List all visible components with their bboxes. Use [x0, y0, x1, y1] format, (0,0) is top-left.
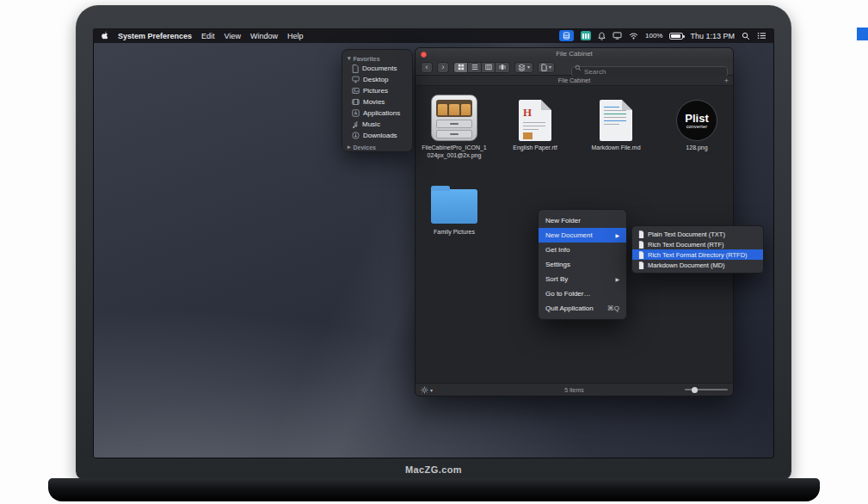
desktop-icon	[352, 76, 360, 83]
path-bar: File Cabinet +	[416, 76, 733, 86]
wifi-icon[interactable]	[629, 33, 638, 40]
pictures-icon	[352, 87, 360, 95]
status-bar: ▾ 5 items	[416, 383, 733, 396]
music-icon	[352, 120, 359, 129]
menu-view[interactable]: View	[225, 32, 241, 40]
devices-section-header[interactable]: ▸ Devices	[342, 143, 412, 151]
file-item-markdown-file[interactable]: Markdown File.md	[578, 91, 654, 151]
menu-item-new-folder[interactable]: New Folder	[539, 213, 626, 228]
search-field-wrap	[571, 62, 728, 73]
file-item-filecabinet-png[interactable]: FileCabinetPro_ICON_1024px_001@2x.png	[416, 91, 492, 159]
slider-knob[interactable]	[692, 387, 698, 393]
file-name-label: English Paper.rtf	[497, 144, 573, 151]
blue-corner-artifact	[857, 28, 868, 40]
action-doc-icon	[541, 64, 547, 71]
search-icon	[575, 65, 582, 71]
sidebar-item-pictures[interactable]: Pictures	[342, 85, 412, 96]
disclosure-down-icon: ▾	[348, 55, 351, 62]
menu-help[interactable]: Help	[287, 32, 304, 40]
display-mirroring-icon[interactable]	[613, 32, 622, 40]
add-tab-button[interactable]: +	[724, 76, 729, 86]
window-toolbar: ‹ ›	[416, 59, 733, 76]
document-icon	[638, 230, 644, 238]
notification-center-icon[interactable]	[757, 32, 766, 40]
document-icon	[638, 261, 644, 269]
list-view-button[interactable]	[468, 63, 482, 72]
submenu-arrow-icon: ▶	[615, 232, 619, 238]
favorites-popover: ▾ Favorites Documents Desktop Pictures M…	[342, 49, 413, 152]
menubar-app-name[interactable]: System Preferences	[118, 32, 192, 40]
menubar-clock[interactable]: Thu 1:13 PM	[690, 32, 735, 40]
menu-edit[interactable]: Edit	[201, 32, 215, 40]
back-button[interactable]: ‹	[421, 62, 433, 73]
window-title: File Cabinet	[556, 50, 593, 58]
battery-percent-label: 100%	[645, 32, 662, 40]
apple-menu-icon[interactable]	[101, 31, 108, 40]
file-name-label: FileCabinetPro_ICON_1024px_001@2x.png	[416, 144, 492, 159]
file-name-label: 128.png	[659, 144, 734, 151]
sidebar-item-movies[interactable]: Movies	[342, 96, 412, 108]
file-cabinet-app-icon	[431, 95, 477, 141]
submenu-item-rtfd[interactable]: Rich Text Format Directory (RTFD)	[632, 249, 763, 260]
context-menu: New Folder New Document ▶ Get Info Setti…	[538, 209, 627, 320]
spotlight-search-icon[interactable]	[742, 32, 750, 40]
desktop-wallpaper: System Preferences Edit View Window Help	[93, 28, 774, 458]
menu-window[interactable]: Window	[250, 32, 278, 40]
column-view-button[interactable]	[482, 63, 496, 72]
filecabinet-menubar-icon[interactable]	[559, 30, 574, 41]
icon-size-slider[interactable]	[685, 386, 728, 393]
movies-icon	[352, 98, 360, 106]
window-titlebar[interactable]: File Cabinet	[416, 48, 733, 59]
sidebar-item-downloads[interactable]: Downloads	[342, 130, 412, 141]
laptop-base	[48, 478, 820, 501]
rtf-document-icon: H	[519, 100, 551, 141]
blue-folder-icon	[431, 189, 477, 224]
battery-icon[interactable]	[669, 33, 683, 40]
view-mode-segmented-control	[453, 62, 510, 73]
favorites-section-header[interactable]: ▾ Favorites	[342, 54, 412, 63]
menu-item-get-info[interactable]: Get Info	[539, 243, 626, 257]
submenu-item-rich-text[interactable]: Rich Text Document (RTF)	[632, 239, 763, 249]
markdown-document-icon	[600, 100, 632, 141]
menu-item-go-to-folder[interactable]: Go to Folder…	[539, 286, 626, 301]
downloads-icon	[352, 132, 360, 139]
document-icon	[638, 241, 644, 249]
document-icon	[638, 251, 644, 259]
laptop-brand-label: MacZG.com	[76, 464, 791, 475]
forward-button[interactable]: ›	[437, 62, 449, 73]
file-item-128-png[interactable]: Plist converter 128.png	[659, 91, 734, 151]
applications-icon	[352, 109, 360, 117]
icon-view-button[interactable]	[454, 63, 468, 72]
close-button[interactable]	[421, 52, 427, 58]
folder-item-family-pictures[interactable]: Family Pictures	[416, 175, 492, 236]
shortcut-label: ⌘Q	[607, 304, 619, 312]
file-item-english-paper[interactable]: H English Paper.rtf	[497, 91, 573, 151]
submenu-item-markdown[interactable]: Markdown Document (MD)	[632, 260, 763, 270]
menu-item-new-document[interactable]: New Document ▶	[539, 228, 626, 243]
folder-name-label: Family Pictures	[416, 228, 492, 236]
bell-icon[interactable]	[598, 32, 606, 40]
plist-converter-icon: Plist converter	[676, 100, 717, 141]
menu-item-sort-by[interactable]: Sort By ▶	[539, 272, 626, 286]
sidebar-item-documents[interactable]: Documents	[342, 63, 412, 74]
action-dropdown-button[interactable]: ▾	[538, 62, 555, 73]
submenu-arrow-icon: ▶	[615, 276, 619, 282]
laptop-frame: System Preferences Edit View Window Help	[76, 5, 791, 480]
document-icon	[352, 65, 359, 73]
path-location-label: File Cabinet	[558, 77, 590, 83]
menu-item-settings[interactable]: Settings	[539, 257, 626, 272]
new-document-submenu: Plain Text Document (TXT) Rich Text Docu…	[631, 225, 764, 274]
coverflow-view-button[interactable]	[496, 63, 509, 72]
arrange-dropdown-button[interactable]: ▾	[514, 62, 533, 73]
sidebar-item-applications[interactable]: Applications	[342, 108, 412, 119]
menu-item-quit-application[interactable]: Quit Application ⌘Q	[539, 301, 626, 316]
file-name-label: Markdown File.md	[578, 144, 654, 151]
submenu-item-plain-text[interactable]: Plain Text Document (TXT)	[632, 229, 763, 239]
menu-bar: System Preferences Edit View Window Help	[93, 28, 774, 43]
sidebar-item-music[interactable]: Music	[342, 119, 412, 130]
sidebar-item-desktop[interactable]: Desktop	[342, 74, 412, 85]
status-app-icon[interactable]	[581, 31, 591, 40]
disclosure-right-icon: ▸	[348, 144, 351, 151]
layers-icon	[518, 64, 526, 71]
